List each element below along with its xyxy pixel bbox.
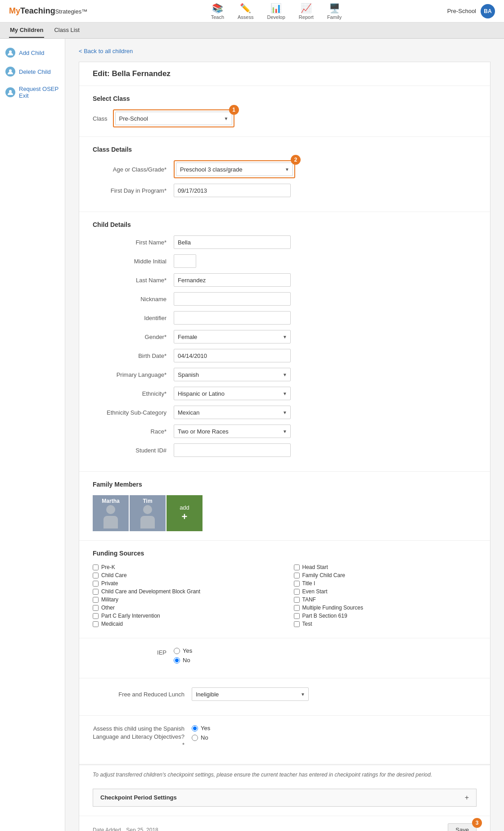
- checkpoint-info-area: To adjust transferred children's checkpo…: [79, 764, 490, 816]
- avatar[interactable]: BA: [481, 4, 495, 18]
- primary-language-select[interactable]: Spanish English Other: [174, 368, 291, 381]
- subnav-class-list[interactable]: Class List: [53, 23, 80, 38]
- date-added-label: Date Added: [93, 827, 121, 831]
- funding-fcc-label: Family Child Care: [302, 572, 345, 578]
- funding-tanf-checkbox[interactable]: [294, 597, 300, 603]
- nav-assess[interactable]: ✏️ Assess: [238, 3, 253, 20]
- first-name-input[interactable]: [174, 235, 291, 249]
- nav-develop[interactable]: 📊 Develop: [267, 3, 285, 20]
- logo-teaching: Teaching: [20, 6, 55, 15]
- funding-title-i-checkbox[interactable]: [294, 581, 300, 587]
- middle-initial-input[interactable]: [174, 254, 196, 268]
- race-select[interactable]: Two or More Races White Black Asian Amer…: [174, 425, 291, 438]
- back-link[interactable]: < Back to all children: [79, 48, 490, 54]
- subnav-my-children[interactable]: My Children: [9, 23, 44, 38]
- funding-grid: Pre-K Child Care Private Child Care and …: [93, 564, 477, 629]
- free-reduced-row: Free and Reduced Lunch Ineligible Free R…: [93, 687, 477, 701]
- student-id-input[interactable]: [174, 443, 291, 457]
- first-day-input[interactable]: [174, 184, 291, 197]
- funding-title-i-label: Title I: [302, 580, 315, 587]
- spanish-language-radio-group: Yes No: [192, 725, 210, 741]
- nickname-input[interactable]: [174, 292, 291, 306]
- add-family-member-button[interactable]: add +: [166, 495, 202, 531]
- sidebar-item-add-child[interactable]: Add Child: [0, 43, 65, 62]
- ethnicity-sub-select[interactable]: Mexican Puerto Rican Cuban Other: [174, 406, 291, 419]
- funding-private-checkbox[interactable]: [93, 581, 99, 587]
- funding-child-care-checkbox[interactable]: [93, 573, 99, 578]
- funding-fcc-checkbox[interactable]: [294, 573, 300, 578]
- funding-head-start-checkbox[interactable]: [294, 565, 300, 570]
- funding-private-label: Private: [101, 580, 118, 587]
- funding-child-care-label: Child Care: [101, 572, 127, 578]
- last-name-input[interactable]: [174, 273, 291, 287]
- family-members-title: Family Members: [93, 481, 477, 488]
- funding-pre-k-checkbox[interactable]: [93, 565, 99, 570]
- funding-part-b-checkbox[interactable]: [294, 613, 300, 619]
- iep-no-radio[interactable]: [174, 657, 180, 664]
- nickname-row: Nickname: [93, 292, 477, 306]
- funding-even-start: Even Start: [294, 588, 477, 595]
- nav-teach[interactable]: 📚 Teach: [211, 3, 224, 20]
- report-icon: 📈: [301, 3, 312, 14]
- student-id-control: [174, 443, 300, 457]
- funding-medicaid: Medicaid: [93, 621, 276, 627]
- identifier-input[interactable]: [174, 311, 291, 325]
- family-member-tim[interactable]: Tim: [130, 495, 166, 531]
- sidebar-item-osep[interactable]: Request OSEP Exit: [0, 81, 65, 104]
- header: MyTeachingStrategies™ 📚 Teach ✏️ Assess …: [0, 0, 504, 23]
- nav-develop-label: Develop: [267, 14, 285, 20]
- nav-report-label: Report: [299, 14, 314, 20]
- tim-name: Tim: [143, 498, 152, 504]
- funding-military-checkbox[interactable]: [93, 597, 99, 603]
- age-label: Age or Class/Grade*: [93, 166, 174, 173]
- nav-family[interactable]: 🖥️ Family: [327, 3, 342, 20]
- spanish-yes-radio[interactable]: [192, 725, 198, 732]
- funding-even-start-checkbox[interactable]: [294, 589, 300, 595]
- gender-label: Gender*: [93, 334, 174, 340]
- user-class-label: Pre-School: [447, 8, 476, 14]
- sidebar-item-delete-child[interactable]: Delete Child: [0, 62, 65, 81]
- first-name-row: First Name*: [93, 235, 477, 249]
- nav-report[interactable]: 📈 Report: [299, 3, 314, 20]
- checkpoint-plus-icon: +: [465, 794, 469, 802]
- page-title: Edit: Bella Fernandez: [93, 69, 477, 78]
- funding-test-checkbox[interactable]: [294, 621, 300, 627]
- osep-label: Request OSEP Exit: [19, 86, 59, 99]
- age-select-wrapper: Preschool 3 class/grade ▼: [176, 163, 293, 176]
- birth-date-input[interactable]: [174, 349, 291, 362]
- spanish-no-radio[interactable]: [192, 735, 198, 741]
- age-row: Age or Class/Grade* Preschool 3 class/gr…: [93, 160, 477, 178]
- gender-select[interactable]: Female Male Non-Binary: [174, 330, 291, 343]
- family-members-section: Family Members Martha Tim: [79, 472, 490, 541]
- iep-yes: Yes: [174, 647, 192, 654]
- middle-initial-row: Middle Initial: [93, 254, 477, 268]
- class-select[interactable]: Pre-School: [115, 112, 232, 125]
- funding-even-start-label: Even Start: [302, 588, 328, 595]
- funding-other-checkbox[interactable]: [93, 605, 99, 611]
- family-members-list: Martha Tim add: [93, 495, 477, 531]
- family-icon: 🖥️: [329, 3, 340, 14]
- identifier-control: [174, 311, 300, 325]
- ethnicity-select[interactable]: Hispanic or Latino Not Hispanic or Latin…: [174, 387, 291, 400]
- checkpoint-period-settings-button[interactable]: Checkpoint Period Settings +: [93, 789, 477, 807]
- family-member-martha[interactable]: Martha: [93, 495, 129, 531]
- tim-head: [143, 505, 152, 514]
- funding-other: Other: [93, 605, 276, 611]
- iep-yes-radio[interactable]: [174, 648, 180, 654]
- free-reduced-select[interactable]: Ineligible Free Reduced: [192, 687, 309, 701]
- age-select[interactable]: Preschool 3 class/grade: [176, 163, 293, 176]
- iep-radio-group: Yes No: [174, 647, 192, 664]
- funding-medicaid-checkbox[interactable]: [93, 621, 99, 627]
- funding-multiple-checkbox[interactable]: [294, 605, 300, 611]
- funding-part-c-checkbox[interactable]: [93, 613, 99, 619]
- last-name-control: [174, 273, 300, 287]
- page-layout: Add Child Delete Child Request OSEP Exit…: [0, 39, 504, 831]
- logo-my: My: [9, 6, 20, 15]
- spanish-no-label: No: [201, 734, 208, 741]
- funding-ccdbg-checkbox[interactable]: [93, 589, 99, 595]
- martha-name: Martha: [102, 498, 119, 504]
- funding-test: Test: [294, 621, 477, 627]
- ethnicity-sub-row: Ethnicity Sub-Category Mexican Puerto Ri…: [93, 406, 477, 419]
- class-details-title: Class Details: [93, 146, 477, 153]
- funding-pre-k: Pre-K: [93, 564, 276, 570]
